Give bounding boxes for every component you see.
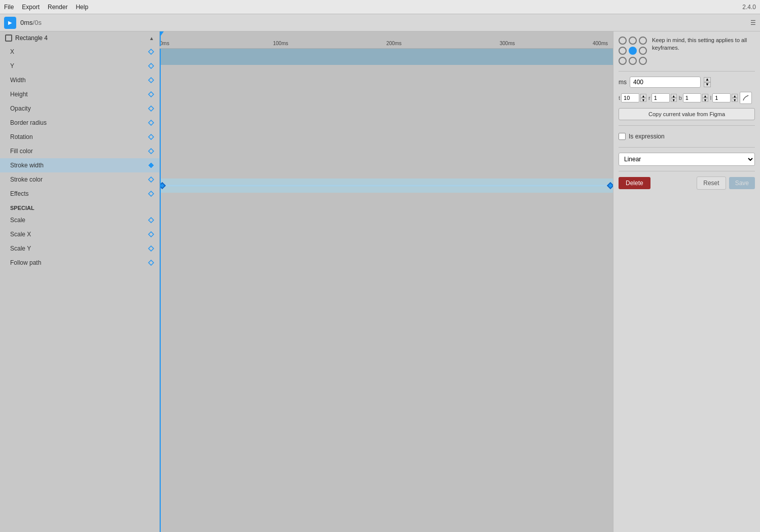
- prop-timeline-scale-x[interactable]: [160, 235, 613, 250]
- keyframe-diamond-effects[interactable]: [148, 191, 154, 197]
- prop-row-rotation[interactable]: Rotation: [0, 130, 159, 144]
- keyframe-diamond-rotation[interactable]: [148, 134, 154, 140]
- prop-row-scale-y[interactable]: Scale Y: [0, 241, 159, 256]
- bezier-l-input[interactable]: [712, 93, 731, 102]
- prop-label-follow-path: Follow path: [10, 259, 148, 266]
- prop-timeline-effects[interactable]: [160, 207, 613, 221]
- save-button[interactable]: Save: [729, 177, 755, 189]
- keyframe-diamond-stroke-color[interactable]: [148, 176, 154, 183]
- bezier-t-down[interactable]: ▼: [640, 98, 646, 102]
- menu-file[interactable]: File: [4, 4, 14, 11]
- easing-dot-2-1[interactable]: [629, 57, 637, 65]
- keyframe-diamond-scale-y[interactable]: [148, 245, 154, 252]
- keyframe-diamond-follow-path[interactable]: [148, 260, 154, 266]
- ms-input[interactable]: [630, 77, 701, 88]
- ms-spinner-up[interactable]: ▲: [704, 77, 711, 82]
- time-display: 0ms/0s: [20, 19, 42, 26]
- ms-label: ms: [619, 79, 627, 86]
- keyframe-diamond-opacity[interactable]: [148, 105, 154, 112]
- prop-timeline-opacity[interactable]: [160, 122, 613, 136]
- easing-dot-2-2[interactable]: [639, 57, 647, 65]
- prop-label-scale-x: Scale X: [10, 231, 148, 238]
- divider-4: [619, 171, 755, 171]
- prop-timeline-stroke-width[interactable]: [160, 179, 613, 193]
- is-expression-checkbox[interactable]: [619, 133, 626, 140]
- easing-dot-0-1[interactable]: [629, 37, 637, 45]
- bezier-t-up[interactable]: ▲: [640, 94, 646, 98]
- keyframe-diamond-y[interactable]: [148, 63, 154, 69]
- bezier-r-down[interactable]: ▼: [671, 98, 677, 102]
- easing-dot-1-2[interactable]: [639, 47, 647, 55]
- prop-row-stroke-width[interactable]: Stroke width: [0, 158, 159, 172]
- easing-dot-0-0[interactable]: [619, 37, 627, 45]
- prop-label-rotation: Rotation: [10, 133, 148, 140]
- keyframe-diamond-stroke-width[interactable]: [148, 162, 154, 168]
- main-layout: Rectangle 4 ▲ X Y Width Height Opacity B…: [0, 31, 760, 532]
- prop-row-follow-path[interactable]: Follow path: [0, 256, 159, 270]
- prop-label-effects: Effects: [10, 190, 148, 197]
- prop-timeline-border-radius[interactable]: [160, 136, 613, 150]
- prop-timeline-rotation[interactable]: [160, 150, 613, 164]
- prop-timeline-stroke-color[interactable]: [160, 193, 613, 207]
- bezier-r-up[interactable]: ▲: [671, 94, 677, 98]
- keyframe-diamond-fill-color[interactable]: [148, 148, 154, 154]
- prop-row-effects[interactable]: Effects: [0, 187, 159, 201]
- timeline-menu-icon[interactable]: ☰: [750, 19, 756, 26]
- bezier-b-input[interactable]: [683, 93, 701, 102]
- bezier-b-down[interactable]: ▼: [702, 98, 708, 102]
- prop-timeline-fill-color[interactable]: [160, 164, 613, 179]
- prop-row-scale-x[interactable]: Scale X: [0, 227, 159, 241]
- menu-help[interactable]: Help: [76, 4, 88, 11]
- keyframe-diamond-height[interactable]: [148, 91, 154, 97]
- prop-label-scale-y: Scale Y: [10, 245, 148, 252]
- bezier-l-up[interactable]: ▲: [732, 94, 738, 98]
- keyframe-diamond-scale-x[interactable]: [148, 231, 154, 237]
- menu-export[interactable]: Export: [22, 4, 40, 11]
- prop-row-scale[interactable]: Scale: [0, 213, 159, 227]
- interpolation-select[interactable]: Linear Ease Ease In Ease Out Step Start …: [619, 153, 755, 166]
- prop-row-stroke-color[interactable]: Stroke color: [0, 172, 159, 187]
- bezier-curve-icon: [742, 94, 749, 101]
- prop-timeline-width[interactable]: [160, 93, 613, 108]
- prop-timeline-y[interactable]: [160, 79, 613, 93]
- ms-spinner-down[interactable]: ▼: [704, 82, 711, 87]
- reset-button[interactable]: Reset: [697, 176, 726, 190]
- easing-dot-1-0[interactable]: [619, 47, 627, 55]
- prop-row-x[interactable]: X: [0, 45, 159, 59]
- prop-timeline-height[interactable]: [160, 108, 613, 122]
- layer-header[interactable]: Rectangle 4 ▲: [0, 31, 159, 45]
- keyframe-diamond-x[interactable]: [148, 49, 154, 55]
- easing-dot-0-2[interactable]: [639, 37, 647, 45]
- keyframe-diamond-width[interactable]: [148, 77, 154, 83]
- layer-timeline-row[interactable]: [160, 49, 613, 65]
- left-panel: Rectangle 4 ▲ X Y Width Height Opacity B…: [0, 31, 160, 532]
- menu-render[interactable]: Render: [48, 4, 67, 11]
- easing-dot-1-1[interactable]: [629, 47, 637, 55]
- prop-row-height[interactable]: Height: [0, 87, 159, 101]
- bezier-curve-button[interactable]: [740, 92, 752, 104]
- keyframe-end[interactable]: [607, 182, 613, 189]
- prop-timeline-x[interactable]: [160, 65, 613, 79]
- bezier-l-down[interactable]: ▼: [732, 98, 738, 102]
- bezier-r-input[interactable]: [652, 93, 670, 102]
- prop-row-border-radius[interactable]: Border radius: [0, 116, 159, 130]
- play-button[interactable]: [4, 17, 16, 29]
- layer-icon: [5, 34, 12, 42]
- keyframe-diamond-scale[interactable]: [148, 217, 154, 223]
- bezier-t-input[interactable]: [621, 93, 639, 102]
- easing-dot-2-0[interactable]: [619, 57, 627, 65]
- prop-row-width[interactable]: Width: [0, 73, 159, 87]
- easing-dots-grid: [619, 37, 648, 66]
- prop-timeline-follow-path[interactable]: [160, 264, 613, 278]
- prop-row-fill-color[interactable]: Fill color: [0, 144, 159, 158]
- easing-note-text: Keep in mind, this setting applies to al…: [652, 37, 755, 52]
- copy-figma-button[interactable]: Copy current value from Figma: [619, 108, 755, 120]
- collapse-arrow-icon[interactable]: ▲: [149, 36, 154, 41]
- prop-row-opacity[interactable]: Opacity: [0, 101, 159, 116]
- prop-row-y[interactable]: Y: [0, 59, 159, 73]
- prop-timeline-scale[interactable]: [160, 221, 613, 235]
- prop-timeline-scale-y[interactable]: [160, 250, 613, 264]
- delete-button[interactable]: Delete: [619, 177, 650, 189]
- bezier-b-up[interactable]: ▲: [702, 94, 708, 98]
- keyframe-diamond-border-radius[interactable]: [148, 120, 154, 126]
